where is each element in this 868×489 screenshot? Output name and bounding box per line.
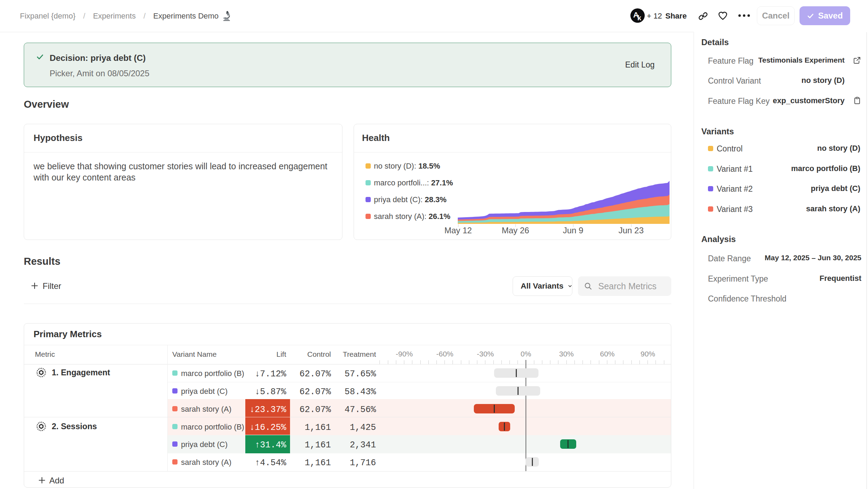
- svg-text:k: k: [637, 14, 642, 22]
